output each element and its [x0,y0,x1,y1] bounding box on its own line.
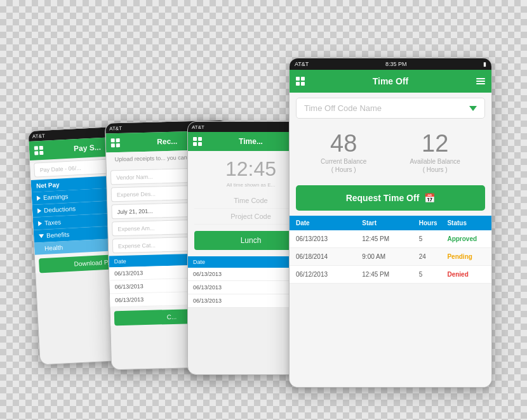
row2-status: Pending [447,253,485,260]
status-bar-4: AT&T 8:35 PM ▮ [290,58,491,70]
triangle-right-icon-3 [38,221,42,226]
phones-container: AT&T 8:5 Pay S... Pay Date - 06/... Net … [16,20,511,400]
taxes-label: Taxes [44,219,62,226]
phone-timeoff: AT&T 8:35 PM ▮ Time Off Time Off Code Na… [289,58,492,388]
header-title-4: Time Off [373,76,409,86]
row3-start: 12:45 PM [362,271,418,278]
request-timeoff-button[interactable]: Request Time Off 📅 [296,185,485,211]
available-balance-item: 12 Available Balance( Hours ) [410,130,460,174]
carrier-2: AT&T [109,125,122,131]
col-date: Date [296,220,362,226]
row2-start: 9:00 AM [362,253,418,260]
row1-start: 12:45 PM [362,235,418,242]
available-balance-label: Available Balance( Hours ) [410,157,460,174]
row1-hours: 5 [419,235,448,242]
grid-icon-1[interactable] [34,146,44,155]
triangle-right-icon [37,195,41,200]
expense-cat-placeholder: Expense Cat... [118,242,156,249]
vendor-placeholder: Vendor Nam... [116,173,153,181]
request-btn-label: Request Time Off [346,193,420,203]
header-title-2: Rec... [157,137,177,147]
row3-hours: 5 [419,271,448,278]
table-row[interactable]: 06/12/2013 12:45 PM 5 Denied [290,266,491,284]
timeoff-dropdown[interactable]: Time Off Code Name [296,98,485,119]
carrier-4: AT&T [295,61,309,67]
grid-icon-4[interactable] [296,77,305,86]
triangle-down-icon [39,233,44,237]
dropdown-placeholder: Time Off Code Name [304,103,382,113]
benefits-label: Benefits [46,231,70,239]
carrier-3: AT&T [192,124,204,130]
deductions-label: Deductions [44,205,76,214]
table-row[interactable]: 06/18/2014 9:00 AM 24 Pending [290,248,491,266]
available-balance-number: 12 [410,130,460,157]
table-row[interactable]: 06/13/2013 12:45 PM 5 Approved [290,230,491,248]
grid-icon-3[interactable] [193,137,202,146]
header-title-3: Time... [239,137,263,146]
header-4: Time Off [290,70,491,93]
table-header: Date Start Hours Status [290,216,491,230]
row2-hours: 24 [419,253,448,260]
row3-date: 06/12/2013 [296,271,362,278]
paydate-placeholder: Pay Date - 06/... [39,165,81,173]
dropdown-arrow-icon [469,106,477,111]
balance-section: 48 Current Balance( Hours ) 12 Available… [290,124,491,180]
col-status: Status [447,220,485,226]
row1-status: Approved [447,235,485,242]
triangle-right-icon-2 [37,208,41,213]
col-hours: Hours [419,220,448,226]
current-balance-label: Current Balance( Hours ) [321,157,366,174]
header-title-1: Pay S... [74,143,101,153]
earnings-label: Earnings [43,193,69,201]
current-balance-number: 48 [321,130,366,157]
grid-icon-2[interactable] [111,138,120,147]
current-balance-item: 48 Current Balance( Hours ) [321,130,366,174]
hamburger-icon-4[interactable] [476,78,485,84]
expense-desc-placeholder: Expense Des... [117,190,156,198]
expense-amt-placeholder: Expense Am... [117,225,154,232]
date-value: July 21, 201... [117,207,152,214]
col-start: Start [362,220,418,226]
calendar-icon: 📅 [424,193,435,203]
row1-date: 06/13/2013 [296,235,362,242]
battery-icon: ▮ [483,61,486,67]
row2-date: 06/18/2014 [296,253,362,260]
row3-status: Denied [447,271,485,278]
time-4: 8:35 PM [385,61,407,67]
carrier-1: AT&T [32,133,45,139]
